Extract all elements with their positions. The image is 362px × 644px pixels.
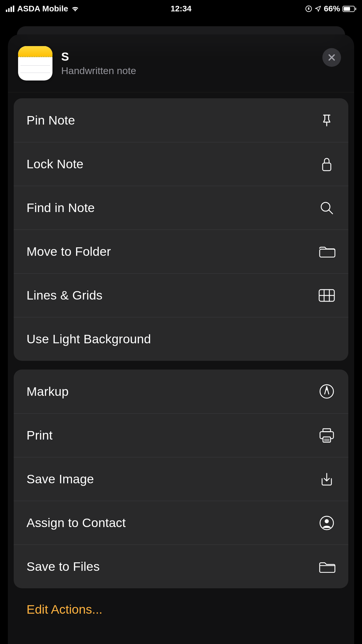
edit-actions-button[interactable]: Edit Actions... (14, 597, 348, 617)
grid-icon (318, 287, 335, 304)
markup-row[interactable]: Markup (14, 370, 348, 413)
notes-app-icon (18, 46, 52, 80)
battery-percentage: 66% (324, 4, 340, 13)
print-row[interactable]: Print (14, 413, 348, 457)
pin-note-label: Pin Note (27, 113, 75, 127)
move-to-folder-label: Move to Folder (27, 244, 111, 259)
search-icon (318, 199, 335, 217)
menu-groups: Pin Note Lock Note Find in Note (8, 92, 354, 628)
orientation-lock-icon (305, 5, 312, 12)
markup-label: Markup (27, 384, 69, 399)
menu-group-secondary: Markup Print (14, 370, 348, 588)
printer-icon (318, 427, 335, 444)
status-left: ASDA Mobile (6, 4, 79, 13)
battery-icon (342, 6, 356, 12)
status-right: 66% (305, 4, 356, 13)
assign-to-contact-label: Assign to Contact (27, 516, 126, 530)
files-folder-icon (318, 558, 335, 575)
action-sheet: S Handwritten note Pin Note Lock Note (8, 34, 354, 644)
sheet-subtitle: Handwritten note (61, 65, 314, 76)
find-in-note-label: Find in Note (27, 201, 95, 215)
use-light-background-label: Use Light Background (27, 332, 151, 346)
lock-note-row[interactable]: Lock Note (14, 142, 348, 186)
pin-note-row[interactable]: Pin Note (14, 98, 348, 142)
status-time: 12:34 (171, 4, 191, 13)
download-icon (318, 470, 335, 488)
svg-rect-4 (320, 249, 335, 257)
folder-icon (318, 243, 335, 260)
carrier-label: ASDA Mobile (17, 4, 68, 13)
lines-grids-row[interactable]: Lines & Grids (14, 273, 348, 317)
svg-point-16 (325, 519, 329, 523)
save-to-files-label: Save to Files (27, 559, 100, 574)
signal-strength-icon (6, 6, 14, 12)
markup-icon (318, 383, 335, 400)
menu-group-primary: Pin Note Lock Note Find in Note (14, 98, 348, 361)
lock-icon (318, 155, 335, 173)
move-to-folder-row[interactable]: Move to Folder (14, 230, 348, 273)
close-button[interactable] (322, 48, 341, 67)
sheet-title: S (61, 50, 314, 63)
assign-to-contact-row[interactable]: Assign to Contact (14, 501, 348, 545)
save-to-files-row[interactable]: Save to Files (14, 545, 348, 588)
pin-icon (318, 111, 335, 129)
header-text: S Handwritten note (61, 50, 314, 76)
sheet-header: S Handwritten note (8, 34, 354, 92)
svg-rect-2 (323, 163, 331, 171)
save-image-row[interactable]: Save Image (14, 457, 348, 501)
use-light-background-row[interactable]: Use Light Background (14, 317, 348, 361)
lock-note-label: Lock Note (27, 157, 83, 171)
svg-rect-1 (308, 8, 309, 10)
find-in-note-row[interactable]: Find in Note (14, 186, 348, 230)
close-icon (327, 53, 336, 62)
location-arrow-icon (314, 5, 321, 12)
status-bar: ASDA Mobile 12:34 66% (0, 0, 362, 18)
lines-grids-label: Lines & Grids (27, 288, 103, 302)
print-label: Print (27, 428, 52, 442)
contact-icon (318, 514, 335, 532)
save-image-label: Save Image (27, 472, 94, 486)
wifi-icon (71, 6, 79, 12)
